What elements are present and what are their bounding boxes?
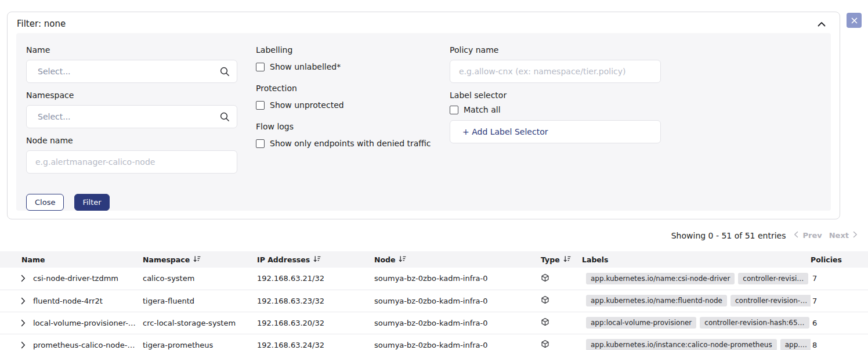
- table-row[interactable]: csi-node-driver-tzdmm calico-system 192.…: [0, 268, 868, 290]
- expand-row-button[interactable]: [21, 341, 26, 349]
- table-header-row: Name Namespace IP Addresses Node Type: [0, 251, 868, 268]
- filter-column-middle: Labelling Show unlabelled* Protection Sh…: [256, 45, 431, 211]
- endpoint-ip: 192.168.63.20/32: [257, 319, 324, 327]
- pod-icon: [541, 317, 549, 328]
- filter-column-left: Name Namespace Node name: [26, 45, 237, 211]
- prev-page-button[interactable]: Prev: [794, 231, 822, 240]
- filter-panel: Filter: none Name Namespace: [7, 12, 840, 219]
- denied-traffic-checkbox[interactable]: [256, 139, 265, 148]
- expand-row-button[interactable]: [21, 275, 26, 282]
- table-row[interactable]: local-volume-provisioner-… crc-local-sto…: [0, 312, 868, 334]
- endpoint-node: soumya-bz-0zbo-kadm-infra-0: [374, 297, 488, 305]
- filter-area: Filter: none Name Namespace: [0, 0, 868, 219]
- pod-icon: [541, 340, 549, 350]
- endpoint-namespace: crc-local-storage-system: [143, 319, 236, 327]
- expand-row-button[interactable]: [21, 297, 26, 305]
- labelling-section-label: Labelling: [256, 45, 431, 55]
- denied-traffic-label: Show only endpoints with denied traffic: [270, 139, 431, 148]
- close-filter-panel-button[interactable]: [847, 13, 862, 28]
- labels-list: app.kubernetes.io/instance:calico-node-p…: [582, 339, 811, 350]
- prev-label: Prev: [802, 231, 822, 240]
- chevron-right-icon: [21, 275, 26, 283]
- filter-panel-header: Filter: none: [8, 12, 840, 33]
- endpoint-ip: 192.168.63.23/32: [257, 297, 324, 305]
- filter-form: Name Namespace Node name: [16, 33, 831, 211]
- policies-count: 7: [812, 274, 817, 283]
- chevron-up-icon: [818, 20, 826, 28]
- label-chip: app.kubernetes.io/name:csi-node-driver: [586, 273, 735, 284]
- endpoint-namespace: tigera-prometheus: [143, 341, 213, 349]
- column-header-type[interactable]: Type: [540, 251, 582, 268]
- table-row[interactable]: fluentd-node-4rr2t tigera-fluentd 192.16…: [0, 290, 868, 312]
- chevron-right-icon: [21, 342, 26, 349]
- endpoint-name: prometheus-calico-node-…: [33, 341, 135, 349]
- column-header-policies: Policies: [811, 251, 868, 268]
- pagination-bar: Showing 0 - 51 of 51 entries Prev Next: [0, 219, 868, 251]
- pod-icon: [541, 273, 549, 284]
- chevron-left-icon: [794, 231, 798, 240]
- show-unprotected-option: Show unprotected: [256, 100, 431, 110]
- entries-summary: Showing 0 - 51 of 51 entries: [671, 231, 786, 240]
- show-unprotected-checkbox[interactable]: [256, 101, 265, 110]
- name-select-input[interactable]: [26, 60, 237, 83]
- policy-name-input[interactable]: [450, 60, 661, 83]
- policy-name-field-label: Policy name: [450, 45, 661, 55]
- label-selector-field-label: Label selector: [450, 91, 661, 100]
- filter-column-right: Policy name Label selector Match all + A…: [450, 45, 661, 211]
- next-label: Next: [829, 231, 849, 240]
- endpoint-node: soumya-bz-0zbo-kadm-infra-0: [374, 319, 488, 327]
- filter-panel-title: Filter: none: [17, 19, 66, 29]
- chevron-right-icon: [21, 320, 26, 327]
- column-header-namespace[interactable]: Namespace: [143, 251, 257, 268]
- close-button[interactable]: Close: [26, 194, 64, 211]
- policies-count: 7: [812, 297, 817, 305]
- namespace-field-label: Namespace: [26, 91, 237, 100]
- node-name-input[interactable]: [26, 150, 237, 174]
- endpoint-name: fluentd-node-4rr2t: [33, 297, 103, 305]
- label-chip: controller-revision-hash:65…: [700, 317, 809, 329]
- endpoint-namespace: calico-system: [143, 274, 194, 283]
- node-name-input-wrap: [26, 150, 237, 174]
- endpoint-name: local-volume-provisioner-…: [33, 319, 136, 327]
- policies-count: 6: [812, 319, 817, 327]
- labels-list: app.kubernetes.io/name:csi-node-driver c…: [582, 273, 808, 284]
- name-select-wrap: [26, 60, 237, 83]
- policy-name-input-wrap: [450, 60, 661, 83]
- show-unlabelled-checkbox[interactable]: [256, 63, 265, 71]
- column-header-name: Name: [0, 251, 143, 268]
- search-icon: [220, 67, 230, 77]
- match-all-checkbox[interactable]: [450, 106, 458, 114]
- filter-button[interactable]: Filter: [74, 194, 109, 211]
- sort-icon: [193, 255, 201, 264]
- node-name-field-label: Node name: [26, 136, 237, 146]
- endpoint-namespace: tigera-fluentd: [143, 297, 194, 305]
- filter-actions: Close Filter: [26, 194, 237, 211]
- endpoint-node: soumya-bz-0zbo-kadm-infra-0: [374, 341, 488, 349]
- name-field-label: Name: [26, 45, 237, 55]
- endpoint-ip: 192.168.63.21/32: [257, 274, 324, 283]
- column-header-node[interactable]: Node: [374, 251, 540, 268]
- sort-icon: [313, 255, 321, 264]
- chevron-right-icon: [853, 231, 858, 240]
- pagination-controls: Prev Next: [794, 231, 858, 240]
- show-unprotected-label: Show unprotected: [270, 100, 344, 110]
- search-icon: [220, 112, 230, 122]
- protection-section-label: Protection: [256, 84, 431, 93]
- label-chip: app:local-volume-provisioner: [586, 317, 696, 329]
- labels-list: app.kubernetes.io/name:fluentd-node cont…: [582, 295, 811, 306]
- match-all-label: Match all: [464, 105, 501, 114]
- table-row[interactable]: prometheus-calico-node-… tigera-promethe…: [0, 334, 868, 350]
- next-page-button[interactable]: Next: [829, 231, 858, 240]
- match-all-option: Match all: [450, 105, 661, 114]
- endpoint-name: csi-node-driver-tzdmm: [33, 274, 118, 283]
- column-header-labels: Labels: [582, 251, 811, 268]
- expand-row-button[interactable]: [21, 319, 26, 327]
- show-unlabelled-label: Show unlabelled*: [270, 62, 341, 71]
- label-chip: controller-revisi…: [738, 273, 808, 284]
- sort-icon: [563, 255, 571, 264]
- collapse-panel-button[interactable]: [815, 20, 828, 28]
- add-label-selector-button[interactable]: + Add Label Selector: [450, 120, 661, 143]
- show-unlabelled-option: Show unlabelled*: [256, 62, 431, 71]
- namespace-select-input[interactable]: [26, 105, 237, 128]
- column-header-ip-addresses[interactable]: IP Addresses: [257, 251, 374, 268]
